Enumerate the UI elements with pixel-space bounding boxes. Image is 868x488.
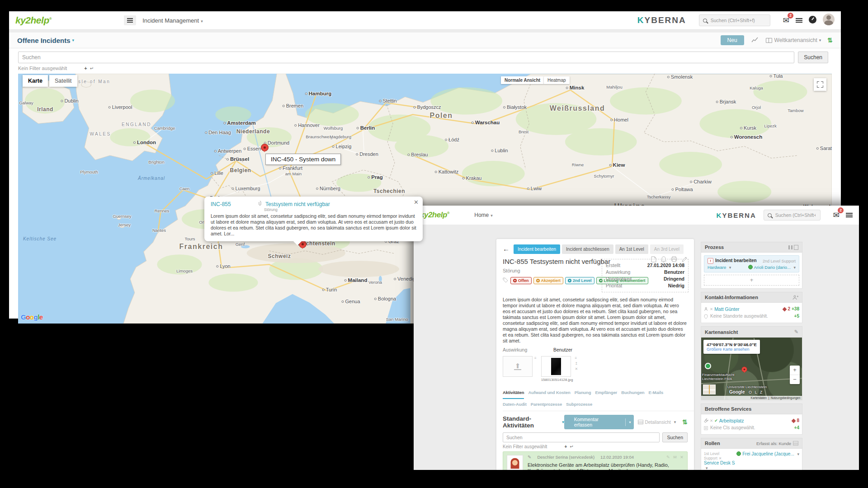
green-count[interactable]: +4 (794, 424, 799, 432)
tab-empf-nger[interactable]: Empfänger (595, 388, 617, 398)
activity-search-button[interactable]: Suchen (662, 432, 688, 442)
tab-buchungen[interactable]: Buchungen (621, 388, 644, 398)
download-icon[interactable]: ↥ (575, 361, 578, 366)
zoom-in-button[interactable]: + (790, 366, 800, 375)
module-menu[interactable]: Incident Management▾ (142, 17, 203, 24)
hamburger-menu-icon[interactable] (124, 15, 136, 25)
map-label: Amsterdam (223, 120, 255, 126)
edit-icon[interactable]: ✎ (794, 329, 798, 335)
tab-e-mails[interactable]: E-Mails (649, 388, 664, 398)
user-select[interactable]: Frei Jacqueline (Jacque... ▾ (742, 451, 799, 456)
global-search-input[interactable] (710, 17, 766, 23)
global-search[interactable] (699, 14, 770, 26)
green-count[interactable]: +38 (792, 305, 799, 313)
menu-icon[interactable]: ≡ (534, 356, 537, 360)
green-count[interactable]: +5 (794, 313, 799, 320)
group-select[interactable]: Service Desk S ▾ (704, 460, 736, 470)
apply-filter-icon[interactable]: ↵ (570, 444, 573, 449)
location-minimap[interactable]: 47°09'07.3"N 9°30'46.0"E Größere Karte a… (701, 338, 802, 400)
global-search-input[interactable] (774, 212, 816, 218)
red-map-pin[interactable] (741, 366, 747, 372)
table-icon[interactable] (793, 441, 798, 446)
new-incident-button[interactable]: Neu (721, 35, 744, 45)
status-dot-icon (568, 279, 571, 282)
dashboard-icon[interactable] (809, 16, 816, 25)
user-avatar[interactable] (823, 14, 835, 27)
incident-search-input[interactable] (18, 52, 794, 63)
sort-icon[interactable]: ⇅ (827, 37, 833, 44)
mail-icon[interactable]: ✉2 (833, 211, 840, 220)
tab-aktivit-ten[interactable]: Aktivitäten (503, 388, 524, 399)
process-step-card[interactable]: !Incident bearbeiten 2nd Level Support H… (704, 255, 799, 272)
filter-status: Kein Filter ausgewählt (18, 66, 67, 71)
fullscreen-icon[interactable] (814, 78, 826, 91)
minimap-zoom-controls[interactable]: + − (790, 366, 800, 384)
attachment-thumbnail[interactable] (541, 356, 571, 377)
tasklist-icon[interactable] (796, 16, 802, 24)
map-mode-normal-button[interactable]: Normale Ansicht (501, 76, 544, 84)
green-map-pin[interactable] (705, 363, 711, 369)
map-type-satellit-button[interactable]: Satellit (49, 75, 77, 87)
incident-map-pin[interactable] (261, 144, 269, 151)
global-search[interactable] (764, 210, 821, 221)
action-tab[interactable]: An 1st Level (615, 244, 648, 254)
module-menu[interactable]: Home▾ (474, 212, 493, 218)
ky2help-logo: ky2help® (420, 211, 449, 220)
map-label: Dortmund (264, 140, 289, 145)
layout-toggle-icons[interactable] (788, 245, 798, 250)
action-tab[interactable]: Incident bearbeiten (514, 244, 560, 254)
tab-planung[interactable]: Planung (575, 388, 591, 398)
tab-subprozesse[interactable]: Subprozesse (566, 400, 592, 410)
incident-id-link[interactable]: INC-855 (211, 201, 258, 207)
rolle-row: 1st Level Support✕Service Desk S ▾Frei J… (704, 451, 799, 470)
terms-link[interactable]: Nutzungsbedingungen (771, 396, 800, 399)
zoom-out-button[interactable]: − (790, 375, 800, 384)
back-arrow-icon[interactable]: ← (503, 245, 509, 253)
map-mode-heatmap-button[interactable]: Heatmap (544, 76, 570, 84)
worldmap-view-toggle[interactable]: Weltkartenansicht (774, 37, 817, 43)
tab-parentprozesse[interactable]: Parentprozesse (531, 400, 562, 410)
incident-title-link[interactable]: Testsystem nicht verfügbar (265, 201, 330, 207)
map-label: Genf (236, 242, 245, 247)
search-button[interactable]: Suchen (798, 52, 828, 63)
add-comment-button[interactable]: Kommentar erfassen▾ (564, 415, 634, 429)
view-title[interactable]: Offene Incidents (17, 37, 71, 44)
red-count: 2 (788, 305, 790, 313)
add-process-step-button[interactable]: + (704, 275, 799, 286)
process-user-select[interactable]: Arioli Dario (dario... ▾ (748, 265, 796, 270)
detail-view-toggle[interactable]: Detailansicht▾ (638, 420, 676, 425)
activity-search-input[interactable] (503, 432, 660, 442)
map-type-karte-button[interactable]: Karte (23, 75, 48, 87)
add-filter-icon[interactable]: + (84, 66, 87, 71)
add-person-icon[interactable] (793, 295, 798, 300)
upload-dropzone[interactable]: ⬆ (503, 356, 533, 377)
map-label: Irland (37, 106, 53, 113)
activities-heading[interactable]: Standard-Aktivitäten (503, 415, 560, 429)
tab-daten-audit[interactable]: Daten-Audit (503, 400, 527, 410)
tab-aufwand-und-kosten[interactable]: Aufwand und Kosten (528, 388, 570, 398)
map-label: Lyon (216, 263, 230, 269)
remove-icon[interactable]: ✕ (719, 456, 722, 460)
chart-icon[interactable] (751, 36, 759, 44)
map-label: Bologna (374, 296, 396, 301)
remove-icon[interactable]: ✕ (710, 417, 713, 424)
mail-icon[interactable]: ✉ (673, 455, 677, 460)
search-icon (703, 19, 707, 23)
add-filter-icon[interactable]: + (564, 444, 567, 449)
remove-icon[interactable]: ✕ (710, 305, 713, 313)
menu-icon[interactable]: ≡ (575, 356, 578, 360)
tasklist-icon[interactable] (846, 211, 853, 219)
action-tab[interactable]: Incident abschliessen (562, 244, 613, 254)
minimap-inset[interactable] (703, 385, 716, 394)
contact-link[interactable]: Matt Günter (714, 305, 739, 313)
service-link[interactable]: Arbeitsplatz (719, 417, 744, 424)
larger-map-link[interactable]: Größere Karte ansehen (707, 347, 757, 352)
process-group-select[interactable]: Hardware ▾ (708, 265, 731, 270)
mail-icon[interactable]: ✉2 (783, 16, 789, 25)
close-icon[interactable]: ✕ (414, 199, 419, 206)
apply-filter-icon[interactable]: ↵ (90, 66, 94, 71)
delete-icon[interactable]: ✕ (680, 455, 684, 460)
sort-icon[interactable]: ⇅ (682, 418, 688, 426)
edit-icon[interactable]: ✎ (666, 455, 670, 460)
remove-icon[interactable]: ✕ (575, 367, 578, 371)
